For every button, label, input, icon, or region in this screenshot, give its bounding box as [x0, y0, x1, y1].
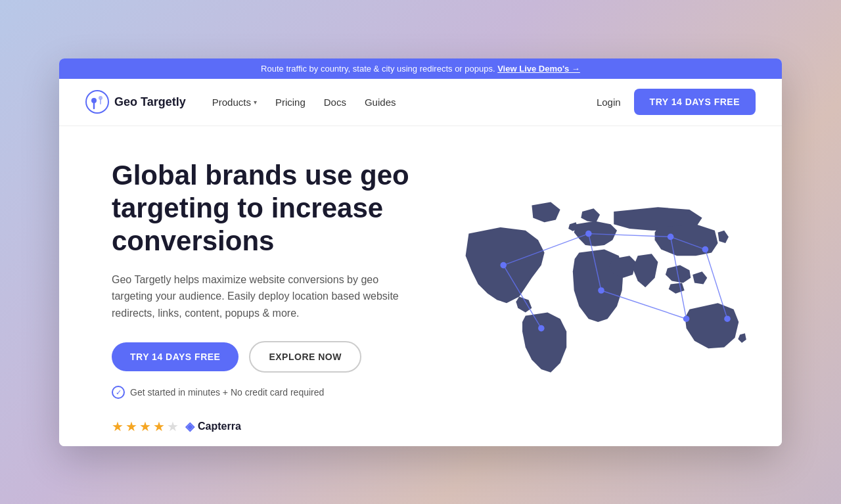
hero-image — [420, 126, 782, 446]
nav-links: Products ▾ Pricing Docs Guides — [212, 97, 597, 108]
hero-description: Geo Targetly helps maximize website conv… — [112, 271, 407, 322]
capterra-icon: ◈ — [185, 419, 194, 434]
svg-point-17 — [538, 325, 545, 332]
svg-point-18 — [724, 315, 731, 322]
star-1: ★ — [112, 419, 124, 434]
logo-icon — [85, 90, 109, 114]
nav-pricing[interactable]: Pricing — [275, 97, 306, 108]
hero-title: Global brands use geo targeting to incre… — [112, 159, 453, 258]
hero-content: Global brands use geo targeting to incre… — [112, 159, 453, 435]
hero-cta-secondary[interactable]: EXPLORE NOW — [249, 341, 361, 373]
hero-section: Global brands use geo targeting to incre… — [59, 126, 782, 446]
capterra-area: ★ ★ ★ ★ ★ ◈ Capterra — [112, 419, 453, 434]
logo-area[interactable]: Geo Targetly — [85, 90, 186, 114]
check-icon: ✓ — [112, 386, 125, 399]
capterra-stars: ★ ★ ★ ★ ★ — [112, 419, 179, 434]
nav-guides[interactable]: Guides — [365, 97, 396, 108]
announcement-bar: Route traffic by country, state & city u… — [59, 58, 782, 79]
svg-point-0 — [86, 91, 108, 113]
capterra-label: Capterra — [198, 421, 241, 432]
world-map-svg — [443, 196, 759, 398]
svg-point-13 — [668, 233, 674, 240]
star-5: ★ — [167, 419, 179, 434]
nav-cta-button[interactable]: TRY 14 DAYS FREE — [634, 89, 756, 115]
navbar: Geo Targetly Products ▾ Pricing Docs Gui… — [59, 79, 782, 126]
nav-docs[interactable]: Docs — [324, 97, 346, 108]
nav-right: Login TRY 14 DAYS FREE — [597, 89, 756, 115]
hero-buttons: TRY 14 DAYS FREE EXPLORE NOW — [112, 341, 453, 373]
svg-point-11 — [500, 262, 507, 269]
star-2: ★ — [125, 419, 137, 434]
capterra-logo: ◈ Capterra — [185, 419, 241, 434]
login-link[interactable]: Login — [597, 97, 621, 108]
logo-text: Geo Targetly — [114, 95, 186, 109]
star-3: ★ — [139, 419, 151, 434]
announcement-link[interactable]: View Live Demo's → — [497, 64, 580, 74]
check-area: ✓ Get started in minutes + No credit car… — [112, 386, 453, 399]
browser-window: Route traffic by country, state & city u… — [59, 58, 782, 446]
check-label: Get started in minutes + No credit card … — [130, 387, 324, 398]
hero-cta-primary[interactable]: TRY 14 DAYS FREE — [112, 342, 239, 371]
svg-point-12 — [585, 231, 592, 237]
announcement-text: Route traffic by country, state & city u… — [261, 64, 497, 74]
svg-point-16 — [683, 315, 690, 322]
svg-point-14 — [702, 246, 709, 253]
svg-point-15 — [598, 287, 604, 294]
products-chevron-icon: ▾ — [254, 99, 257, 106]
nav-products[interactable]: Products ▾ — [212, 97, 257, 108]
star-4: ★ — [153, 419, 165, 434]
